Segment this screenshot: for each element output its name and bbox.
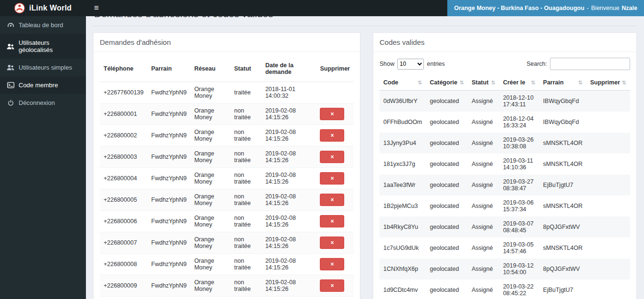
request-parrain: FwdhzYphN9 (148, 297, 190, 299)
request-date: 2019-02-08 14:15:26 (262, 125, 317, 146)
requests-table-body: +22677600139FwdhzYphN9Orange Moneytraité… (100, 82, 354, 299)
request-telephone: +22677600139 (100, 82, 148, 103)
request-reseau: Orange Money (190, 125, 231, 146)
code-row: 1aaTee3fWrgeolocatedAssigné2019-03-27 08… (380, 175, 630, 196)
code-parrain: EjBuTjgtU7 (539, 279, 587, 299)
code-actions (586, 91, 630, 112)
code-row: 0FFhBudOOmgeolocatedAssigné2018-12-04 16… (380, 112, 630, 133)
delete-request-button[interactable]: × (320, 258, 344, 270)
codes-panel-title: Codes valides (373, 33, 636, 52)
delete-request-button[interactable]: × (320, 237, 344, 249)
code-categorie: geolocated (426, 154, 468, 175)
code-value: 0FFhBudOOm (380, 112, 426, 133)
code-value: 1CNXhfqX6p (380, 258, 426, 279)
code-actions (586, 133, 630, 154)
request-telephone: +226800006 (100, 211, 148, 232)
sidebar-item-utilisateurs-simples[interactable]: Utilisateurs simples (0, 59, 86, 76)
codes-column-header-parrain[interactable]: Parrain⇅ (539, 75, 587, 91)
request-telephone: +226800005 (100, 189, 148, 211)
user-location: Orange Money - Burkina Faso - Ouagadougo… (454, 5, 584, 11)
request-actions: × (316, 146, 354, 168)
request-actions: × (316, 189, 354, 211)
code-parrain: sMNSKTL4OR (539, 133, 587, 154)
brand-logo[interactable]: iLink World (0, 0, 86, 16)
sidebar-item-label: Utilisateurs simples (19, 64, 72, 71)
code-categorie: geolocated (426, 217, 468, 237)
delete-request-button[interactable]: × (320, 172, 344, 185)
request-row: +22677600139FwdhzYphN9Orange Moneytraité… (100, 82, 354, 103)
code-creer-le: 2019-03-11 14:10:36 (499, 154, 539, 175)
code-statut: Assigné (468, 133, 499, 154)
codes-column-header-creer-le[interactable]: Créer le⇅ (499, 75, 539, 91)
code-parrain: IBWqyGbqFd (539, 112, 587, 133)
request-statut: non traitée (231, 211, 262, 232)
sidebar-item-code-membre[interactable]: Code membre (0, 76, 86, 94)
code-row: 1CNXhfqX6pgeolocatedAssigné2019-03-12 10… (380, 258, 630, 279)
request-date: 2019-02-08 14:15:26 (262, 211, 317, 232)
delete-request-button[interactable]: × (320, 151, 344, 163)
code-row: 1b4RkyC8YugeolocatedAssigné2019-03-07 08… (380, 217, 630, 237)
request-row: +226800008FwdhzYphN9Orange Moneynon trai… (100, 254, 354, 275)
code-row: 1c7sUG9dUkgeolocatedAssigné2019-03-05 14… (380, 237, 630, 258)
request-reseau: Orange Money (190, 254, 231, 275)
request-telephone: +226800002 (100, 125, 148, 146)
search-input[interactable] (550, 58, 630, 70)
sidebar-item-label: Tableau de bord (19, 21, 63, 29)
page-size-select[interactable]: 10 (397, 59, 424, 70)
delete-request-button[interactable]: × (320, 194, 344, 206)
requests-panel-title: Demandes d'adhésion (94, 33, 360, 52)
codes-column-header-code[interactable]: Code⇅ (380, 75, 426, 91)
code-categorie: geolocated (426, 279, 468, 299)
welcome-text: Bienvenue (591, 5, 619, 11)
codes-table-body: 0dW36UfbrYgeolocatedAssigné2018-12-10 17… (380, 91, 630, 299)
sidebar-item-utilisateurs-geolocalises[interactable]: Utilisateurs géolocalisés (0, 34, 86, 59)
code-statut: Assigné (468, 175, 499, 196)
delete-request-button[interactable]: × (320, 108, 344, 120)
codes-column-header-categorie[interactable]: Catégorie⇅ (426, 75, 468, 91)
sidebar-item-tableau-de-bord[interactable]: Tableau de bord (0, 16, 86, 34)
request-actions: × (316, 254, 354, 275)
request-row: +226800006FwdhzYphN9Orange Moneynon trai… (100, 211, 354, 232)
request-parrain: FwdhzYphN9 (148, 125, 190, 146)
code-parrain: sMNSKTL4OR (539, 237, 587, 258)
search-control: Search: (527, 58, 630, 70)
sidebar-toggle-button[interactable]: ≡ (86, 0, 107, 16)
request-actions: × (316, 275, 354, 297)
code-creer-le: 2019-03-22 08:45:22 (499, 279, 539, 299)
request-actions: × (316, 168, 354, 189)
code-creer-le: 2018-12-10 17:43:11 (499, 91, 539, 112)
codes-column-header-statut[interactable]: Statut⇅ (468, 75, 499, 91)
request-telephone: +226800004 (100, 168, 148, 189)
request-statut: non traitée (231, 189, 262, 211)
delete-request-button[interactable]: × (320, 215, 344, 227)
code-actions (586, 175, 630, 196)
request-actions (316, 82, 354, 103)
code-statut: Assigné (468, 154, 499, 175)
code-creer-le: 2019-03-27 08:38:47 (499, 175, 539, 196)
code-value: 1c7sUG9dUk (380, 237, 426, 258)
requests-column-header: Téléphone (100, 56, 148, 82)
delete-request-button[interactable]: × (320, 279, 344, 292)
codes-column-header-supprimer[interactable]: Supprimer⇅ (586, 75, 630, 91)
delete-request-button[interactable]: × (320, 129, 344, 142)
code-creer-le: 2019-03-26 10:38:08 (499, 133, 539, 154)
code-value: 1d9CDtc4mv (380, 279, 426, 299)
codes-table-header-row: Code⇅Catégorie⇅Statut⇅Créer le⇅Parrain⇅S… (380, 75, 630, 91)
request-statut: non traitée (231, 232, 262, 254)
code-categorie: geolocated (426, 196, 468, 217)
user-info[interactable]: Orange Money - Burkina Faso - Ouagadougo… (447, 0, 644, 16)
sort-icon: ⇅ (578, 80, 582, 86)
code-parrain: 8pQJGFxtWV (539, 217, 587, 237)
request-reseau: Orange Money (190, 297, 231, 299)
show-label: Show (380, 61, 394, 67)
entries-label: entries (427, 61, 445, 67)
request-parrain: FwdhzYphN9 (148, 275, 190, 297)
requests-column-header: Réseau (190, 56, 231, 82)
code-value: 1B2pjeMCu3 (380, 196, 426, 217)
request-telephone: +226800001 (100, 103, 148, 125)
code-parrain: IBWqyGbqFd (539, 91, 587, 112)
code-categorie: geolocated (426, 175, 468, 196)
sidebar-item-deconnexion[interactable]: Déconnexion (0, 94, 86, 112)
request-parrain: FwdhzYphN9 (148, 168, 190, 189)
sidebar-item-label: Code membre (19, 82, 58, 89)
